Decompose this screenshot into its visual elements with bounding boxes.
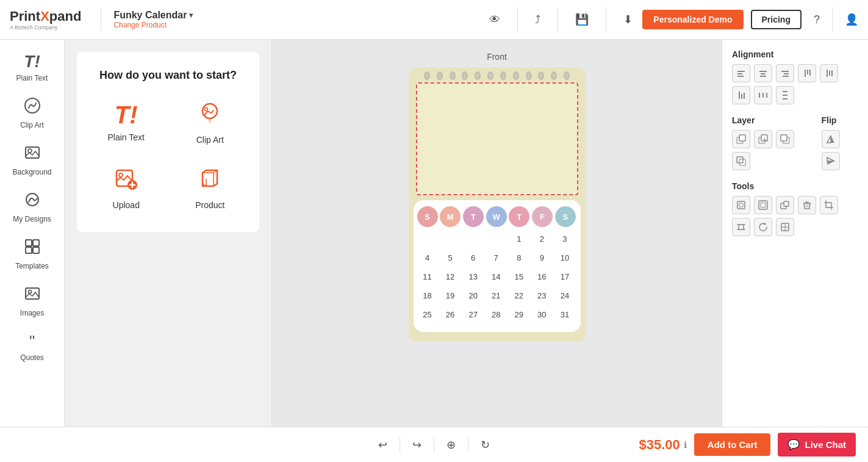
price-container: $35.00 ℹ	[639, 437, 687, 453]
help-icon[interactable]: ?	[814, 13, 820, 26]
calendar-date: 8	[509, 248, 529, 267]
zoom-button[interactable]: ⊕	[442, 436, 461, 454]
svg-rect-46	[781, 135, 787, 141]
canvas-area: Front	[272, 40, 722, 427]
personalized-demo-button[interactable]: Personalized Demo	[642, 10, 743, 29]
user-account-icon[interactable]: 👤	[845, 13, 858, 26]
sidebar-item-images[interactable]: Images	[0, 279, 64, 323]
calendar-product: S M T W T F S 12345678910111213141516171…	[409, 68, 586, 342]
bring-to-front-button[interactable]	[732, 130, 750, 148]
share-icon[interactable]: ⤴	[533, 11, 543, 29]
calendar-date: 9	[531, 248, 552, 267]
download-icon[interactable]: ⬇	[621, 10, 635, 29]
background-icon	[24, 144, 41, 165]
preview-icon[interactable]: 👁	[487, 11, 503, 29]
sidebar-item-templates-label: Templates	[15, 262, 49, 270]
price-info-icon[interactable]: ℹ	[684, 440, 687, 450]
calendar-date: 16	[531, 267, 552, 286]
distribute-v-button[interactable]	[776, 86, 794, 104]
add-to-cart-button[interactable]: Add to Cart	[694, 433, 771, 456]
svg-marker-50	[831, 135, 834, 143]
alignment-section: Alignment	[732, 49, 858, 104]
calendar-date: 31	[554, 305, 575, 323]
live-chat-button[interactable]: 💬 Live Chat	[778, 433, 856, 457]
sidebar-item-clip-art-label: Clip Art	[20, 121, 44, 129]
svg-rect-30	[829, 71, 830, 76]
bring-forward-button[interactable]	[754, 130, 772, 148]
frame-tool-button[interactable]	[732, 196, 750, 214]
calendar-date: 15	[509, 267, 529, 286]
distribute-h-button[interactable]	[754, 86, 772, 104]
calendar-date: 1	[509, 229, 529, 248]
align-center-v-button[interactable]	[820, 64, 838, 82]
logo: PrintXpand A Biztech Company	[10, 9, 81, 31]
quotes-icon: "	[29, 332, 35, 351]
clone-tool-button[interactable]	[776, 196, 794, 214]
pricing-button[interactable]: Pricing	[751, 10, 802, 29]
start-option-plain-text[interactable]: T! Plain Text	[89, 96, 163, 150]
clip-art-option-icon	[198, 101, 222, 131]
photo-upload-area[interactable]	[416, 82, 578, 195]
calendar-grid: S M T W T F S 12345678910111213141516171…	[414, 200, 581, 332]
frame2-tool-button[interactable]	[754, 196, 772, 214]
images-icon	[24, 285, 41, 306]
calendar-date: 6	[463, 248, 484, 267]
layer-flip-row: Layer Flip	[732, 115, 858, 181]
sidebar-item-quotes[interactable]: " Quotes	[0, 326, 64, 368]
footer-controls: ↩ ↪ ⊕ ↻	[373, 436, 495, 454]
align-center-h-button[interactable]	[754, 64, 772, 82]
calendar-date	[463, 229, 484, 248]
sidebar-item-plain-text-label: Plain Text	[16, 74, 48, 82]
sidebar-item-plain-text[interactable]: T! Plain Text	[0, 46, 64, 88]
product-name[interactable]: Funky Calendar ▾	[113, 10, 193, 21]
start-option-upload[interactable]: Upload	[89, 162, 163, 215]
calendar-date	[417, 229, 438, 248]
undo-button[interactable]: ↩	[373, 436, 392, 454]
sidebar-item-clip-art[interactable]: Clip Art	[0, 91, 64, 135]
day-header-fri: F	[532, 206, 553, 227]
alignment-title: Alignment	[732, 49, 858, 59]
alignment-tools	[732, 64, 858, 104]
start-option-clip-art[interactable]: Clip Art	[173, 96, 248, 150]
flip-horizontal-button[interactable]	[822, 130, 840, 148]
spiral-hole	[551, 71, 557, 80]
spiral-hole	[538, 71, 544, 80]
crop2-tool-button[interactable]	[732, 218, 750, 236]
sidebar-item-my-designs[interactable]: My Designs	[0, 185, 64, 229]
grid-tool-button[interactable]	[776, 218, 794, 236]
sidebar-item-background[interactable]: Background	[0, 138, 64, 182]
calendar-date: 18	[417, 286, 438, 305]
align-left-button[interactable]	[732, 64, 750, 82]
delete-tool-button[interactable]	[798, 196, 816, 214]
svg-rect-56	[761, 203, 766, 208]
rotate-button[interactable]: ↻	[476, 436, 495, 454]
svg-rect-47	[739, 159, 745, 165]
product-option-icon	[198, 167, 222, 197]
redo-button[interactable]: ↪	[407, 436, 426, 454]
send-backward-button[interactable]	[776, 130, 794, 148]
sidebar-item-templates[interactable]: Templates	[0, 232, 64, 276]
footer-bar: ↩ ↪ ⊕ ↻ $35.00 ℹ Add to Cart 💬 Live Chat	[0, 427, 868, 462]
align-bottom-button[interactable]	[732, 86, 750, 104]
calendar-date: 28	[486, 305, 506, 323]
svg-rect-5	[33, 240, 39, 246]
svg-rect-29	[827, 70, 828, 77]
change-product-link[interactable]: Change Product	[113, 21, 193, 29]
footer-divider-1	[400, 438, 400, 452]
flip-vertical-button[interactable]	[822, 152, 840, 170]
header-divider-5	[832, 7, 833, 32]
save-icon[interactable]: 💾	[573, 10, 591, 29]
rotate-tool-button[interactable]	[754, 218, 772, 236]
start-option-product[interactable]: Product	[173, 162, 248, 215]
calendar-wrapper: S M T W T F S 12345678910111213141516171…	[409, 68, 586, 342]
svg-rect-20	[759, 71, 767, 72]
crop-tool-button[interactable]	[820, 196, 838, 214]
tools-section: Tools	[732, 181, 858, 236]
calendar-date: 7	[486, 248, 506, 267]
send-to-back-button[interactable]	[732, 152, 750, 170]
svg-rect-34	[744, 93, 745, 99]
align-right-button[interactable]	[776, 64, 794, 82]
align-top-button[interactable]	[798, 64, 816, 82]
calendar-date: 10	[554, 248, 575, 267]
svg-point-11	[205, 108, 208, 111]
